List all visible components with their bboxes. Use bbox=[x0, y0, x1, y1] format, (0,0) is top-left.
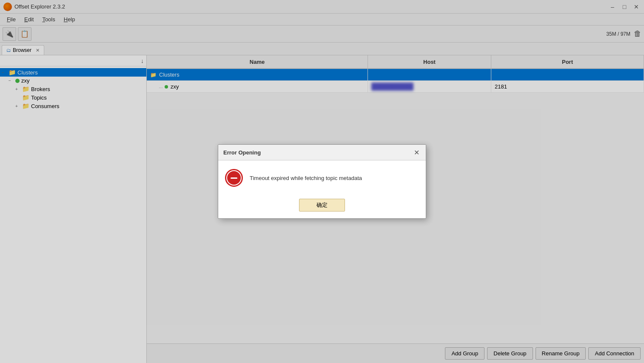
modal-footer: 确定 bbox=[218, 195, 426, 218]
modal-overlay: Error Opening ✕ Timeout expired while fe… bbox=[0, 0, 644, 363]
error-icon-outer bbox=[225, 169, 243, 187]
modal-message: Timeout expired while fetching topic met… bbox=[250, 175, 362, 181]
modal-body: Timeout expired while fetching topic met… bbox=[218, 160, 426, 195]
modal-title-bar: Error Opening ✕ bbox=[218, 145, 426, 160]
ok-button[interactable]: 确定 bbox=[299, 199, 345, 212]
modal-close-button[interactable]: ✕ bbox=[412, 148, 421, 157]
error-dialog: Error Opening ✕ Timeout expired while fe… bbox=[218, 144, 426, 219]
error-icon-inner bbox=[227, 171, 241, 185]
error-minus-symbol bbox=[231, 177, 237, 179]
modal-title: Error Opening bbox=[223, 149, 261, 156]
